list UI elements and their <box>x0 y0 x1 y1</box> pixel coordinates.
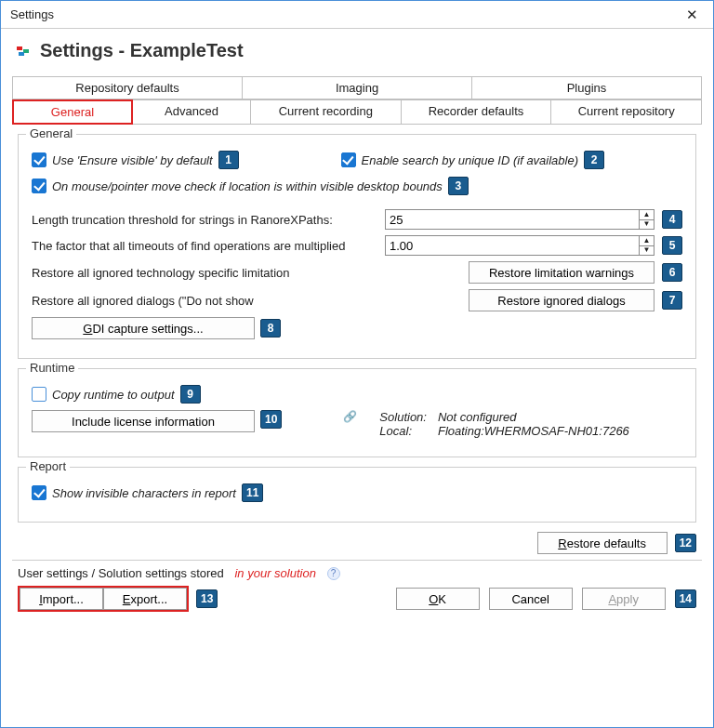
tab-current-recording[interactable]: Current recording <box>250 99 402 125</box>
solution-label: Solution: <box>379 410 427 424</box>
timeout-factor-input[interactable]: ▲▼ <box>385 235 654 256</box>
callout-5: 5 <box>662 236 682 255</box>
restore-dialogs-label: Restore all ignored dialogs ("Do not sho… <box>32 294 254 308</box>
show-invisible-label: Show invisible characters in report <box>52 486 236 500</box>
enable-search-uid-label: Enable search by unique ID (if available… <box>362 153 578 167</box>
help-icon[interactable]: ? <box>327 567 340 580</box>
svg-rect-0 <box>17 46 22 50</box>
export-button[interactable]: Export... <box>103 588 187 610</box>
callout-11: 11 <box>242 483 263 502</box>
len-trunc-spinner[interactable]: ▲▼ <box>639 210 654 229</box>
tab-row-upper: Repository defaults Imaging Plugins <box>12 76 702 99</box>
cancel-button[interactable]: Cancel <box>489 588 573 610</box>
ok-button[interactable]: OK <box>396 588 480 610</box>
runtime-legend: Runtime <box>26 361 78 375</box>
callout-10: 10 <box>260 410 282 429</box>
mouse-bounds-checkbox[interactable] <box>32 179 46 193</box>
timeout-factor-spinner[interactable]: ▲▼ <box>639 236 654 255</box>
callout-8: 8 <box>260 319 281 338</box>
local-label: Local: <box>379 424 427 438</box>
storage-prefix: User settings / Solution settings stored <box>18 566 224 580</box>
page-title: Settings - ExampleTest <box>40 40 244 61</box>
callout-6: 6 <box>662 263 682 282</box>
callout-14: 14 <box>675 589 696 608</box>
len-trunc-input[interactable]: ▲▼ <box>385 209 654 230</box>
ensure-visible-label: Use 'Ensure visible' by default <box>52 153 213 167</box>
license-info: Solution: Not configured Local: Floating… <box>379 410 629 438</box>
include-license-info-button[interactable]: Include license information <box>32 410 255 432</box>
restore-ignored-dialogs-button[interactable]: Restore ignored dialogs <box>469 289 654 311</box>
copy-runtime-label: Copy runtime to output <box>52 388 175 402</box>
tab-current-repository[interactable]: Current repository <box>550 99 702 125</box>
mouse-bounds-label: On mouse/pointer move check if location … <box>52 179 443 193</box>
page-header: Settings - ExampleTest <box>1 29 713 69</box>
restore-limitation-warnings-button[interactable]: Restore limitation warnings <box>469 261 654 284</box>
callout-13: 13 <box>196 589 218 608</box>
callout-3: 3 <box>448 177 469 195</box>
callout-4: 4 <box>662 210 682 229</box>
callout-1: 1 <box>218 151 239 169</box>
tabs-container: Repository defaults Imaging Plugins Gene… <box>1 69 713 125</box>
len-trunc-label: Length truncation threshold for strings … <box>32 213 333 227</box>
callout-7: 7 <box>662 291 682 310</box>
tab-row-lower: General Advanced Current recording Recor… <box>12 99 702 125</box>
close-icon[interactable]: ✕ <box>681 5 704 25</box>
restore-defaults-button[interactable]: Restore defaults <box>537 532 668 554</box>
import-export-group: Import... Export... <box>18 586 189 612</box>
restore-tech-label: Restore all ignored technology specific … <box>32 266 289 280</box>
solution-value: Not configured <box>438 410 629 424</box>
report-panel: Report Show invisible characters in repo… <box>18 467 696 523</box>
tab-imaging[interactable]: Imaging <box>242 76 472 99</box>
general-panel: General Use 'Ensure visible' by default … <box>18 134 696 359</box>
callout-9: 9 <box>180 385 201 404</box>
timeout-factor-label: The factor that all timeouts of find ope… <box>32 239 345 253</box>
bottom-area: User settings / Solution settings stored… <box>1 561 713 623</box>
gdi-capture-settings-button[interactable]: GDI capture settings... <box>32 317 255 339</box>
svg-rect-2 <box>19 52 24 56</box>
general-legend: General <box>26 126 76 140</box>
report-legend: Report <box>26 459 70 473</box>
window-title: Settings <box>10 7 54 21</box>
titlebar: Settings ✕ <box>1 1 713 29</box>
import-button[interactable]: Import... <box>20 588 103 610</box>
storage-line: User settings / Solution settings stored… <box>18 566 696 580</box>
callout-2: 2 <box>584 151 604 169</box>
copy-runtime-checkbox[interactable] <box>32 387 46 402</box>
callout-12: 12 <box>675 534 696 552</box>
tab-repository-defaults[interactable]: Repository defaults <box>12 76 243 99</box>
ensure-visible-checkbox[interactable] <box>32 152 46 167</box>
tab-plugins[interactable]: Plugins <box>471 76 702 99</box>
timeout-factor-value[interactable] <box>386 236 639 255</box>
enable-search-uid-checkbox[interactable] <box>341 152 356 167</box>
tab-advanced[interactable]: Advanced <box>132 99 251 125</box>
tab-recorder-defaults[interactable]: Recorder defaults <box>401 99 552 125</box>
len-trunc-value[interactable] <box>386 210 639 229</box>
link-icon: 🔗 <box>343 410 357 423</box>
local-value: Floating:WHERMOSAF-NH01:7266 <box>438 424 629 438</box>
tab-general[interactable]: General <box>12 99 133 125</box>
runtime-panel: Runtime Copy runtime to output 9 Include… <box>18 368 696 457</box>
app-icon <box>16 44 31 59</box>
apply-button[interactable]: Apply <box>582 588 666 610</box>
show-invisible-checkbox[interactable] <box>32 485 46 500</box>
storage-suffix: in your solution <box>234 566 315 580</box>
